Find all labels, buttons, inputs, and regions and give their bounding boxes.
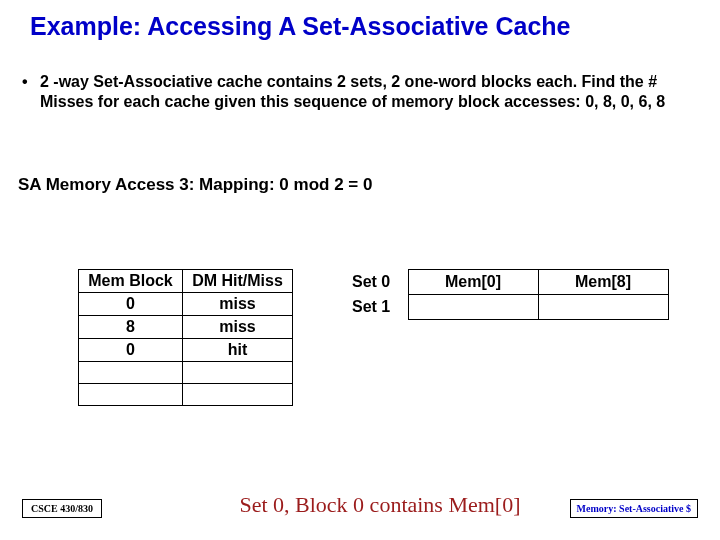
caption-text: Set 0, Block 0 contains Mem[0] xyxy=(190,492,570,518)
cell: 8 xyxy=(79,316,183,339)
access-line: SA Memory Access 3: Mapping: 0 mod 2 = 0 xyxy=(18,175,372,195)
description-bullet: 2 -way Set-Associative cache contains 2 … xyxy=(22,72,692,112)
mem-block-header: Mem Block xyxy=(79,270,183,293)
course-code: CSCE 430/830 xyxy=(22,499,102,518)
footer-topic: Memory: Set-Associative $ xyxy=(570,499,698,518)
set0-block1: Mem[8] xyxy=(538,270,668,295)
table-row: 0 hit xyxy=(79,339,293,362)
bullet-text: 2 -way Set-Associative cache contains 2 … xyxy=(40,72,692,112)
hit-miss-header: DM Hit/Miss xyxy=(183,270,293,293)
table-row: 8 miss xyxy=(79,316,293,339)
bullet-dot-icon xyxy=(22,72,40,112)
table-row: Mem Block DM Hit/Miss xyxy=(79,270,293,293)
slide-title: Example: Accessing A Set-Associative Cac… xyxy=(0,0,720,41)
cell xyxy=(183,362,293,384)
cell: 0 xyxy=(79,293,183,316)
set-table: Set 0 Mem[0] Mem[8] Set 1 xyxy=(348,269,669,320)
cell xyxy=(79,362,183,384)
cell: 0 xyxy=(79,339,183,362)
set1-block0 xyxy=(408,295,538,320)
table-row: 0 miss xyxy=(79,293,293,316)
table-row xyxy=(79,362,293,384)
cell: miss xyxy=(183,316,293,339)
table-row xyxy=(79,384,293,406)
table-row: Set 1 xyxy=(348,295,668,320)
set0-block0: Mem[0] xyxy=(408,270,538,295)
set1-block1 xyxy=(538,295,668,320)
cell: miss xyxy=(183,293,293,316)
set0-label: Set 0 xyxy=(348,270,408,295)
cell: hit xyxy=(183,339,293,362)
cell xyxy=(183,384,293,406)
access-table: Mem Block DM Hit/Miss 0 miss 8 miss 0 hi… xyxy=(78,269,293,406)
set1-label: Set 1 xyxy=(348,295,408,320)
cell xyxy=(79,384,183,406)
table-row: Set 0 Mem[0] Mem[8] xyxy=(348,270,668,295)
